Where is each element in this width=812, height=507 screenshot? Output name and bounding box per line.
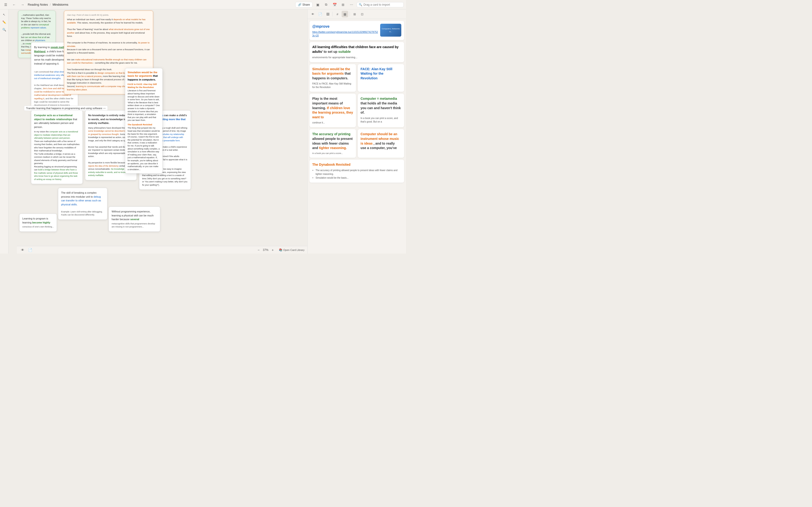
popup-section2-title: The Dynabook Revisited bbox=[128, 123, 160, 126]
rp-card-play[interactable]: Play is the most important means of lear… bbox=[309, 94, 356, 127]
search-tool-button[interactable]: 🔍 bbox=[1, 26, 7, 33]
rp-card-metamedia[interactable]: Computer = metamedia that holds all the … bbox=[358, 94, 404, 127]
mprove-image: Computers, Networks a... bbox=[380, 24, 401, 37]
rp-image-button[interactable]: 🖼 bbox=[324, 11, 331, 17]
calendar-button[interactable]: 📅 bbox=[331, 1, 338, 8]
rp-hash-button[interactable]: # bbox=[334, 11, 341, 17]
back-button[interactable]: ← bbox=[11, 1, 17, 8]
sidebar-toggle-button[interactable]: ☰ bbox=[2, 1, 9, 8]
more-button[interactable]: ⋯ bbox=[348, 1, 355, 8]
dynabook-title: The Dynabook Revisited bbox=[312, 162, 401, 167]
main-layout: ↖ ✏️ 🔍 ...mathematics specified, Alan Ka… bbox=[0, 9, 406, 253]
rp-two-col-row-1: Simulation would be the basis for argume… bbox=[309, 64, 404, 92]
rp-grid-button[interactable]: ▦ bbox=[342, 11, 348, 17]
popup-section-1: FACE to FACE: Alan Kay Still Waiting for… bbox=[128, 83, 160, 122]
transfer-learning-label: Transfer learning that happens in progra… bbox=[24, 106, 108, 111]
metamedia-subtitle: In a book you can print a score, and tha… bbox=[361, 116, 402, 123]
canvas-card-skill-breaking[interactable]: The skill of breaking a complex process … bbox=[58, 188, 107, 220]
simulation-title: Simulation would be the basis for argume… bbox=[312, 67, 353, 81]
canvas-card-learning-program[interactable]: Learning to program is learning become h… bbox=[19, 214, 57, 232]
share-icon: 🔗 bbox=[298, 3, 301, 6]
zoom-plus-button[interactable]: + bbox=[270, 247, 275, 253]
dynabook-bullet-1: The accuracy of printing allowed people … bbox=[315, 169, 401, 176]
rp-divider-1 bbox=[333, 12, 333, 16]
view-toggle-button[interactable]: ▣ bbox=[314, 1, 321, 8]
accuracy-title: The accuracy of printing allowed people … bbox=[312, 132, 353, 150]
rp-divider-2 bbox=[350, 12, 350, 16]
rp-card-learning-difficulties[interactable]: All learning difficulties that children … bbox=[309, 42, 404, 62]
open-card-library-button[interactable]: Open Card Library bbox=[283, 248, 305, 251]
rp-card-instrument[interactable]: Computer should be an instrument whose m… bbox=[358, 129, 404, 158]
play-title: Play is the most important means of lear… bbox=[312, 97, 353, 119]
library-icon: 📚 bbox=[279, 248, 283, 251]
popup-section2-text: The thing that jumped into my head was t… bbox=[128, 126, 160, 171]
rp-two-col-row-3: The accuracy of printing allowed people … bbox=[309, 129, 404, 158]
play-body: continue it... bbox=[312, 121, 353, 124]
search-icon: 🔍 bbox=[359, 3, 362, 6]
transfer-label-dots: ••• bbox=[103, 107, 106, 110]
transfer-label-text: Transfer learning that happens in progra… bbox=[26, 107, 102, 110]
rp-eye-button[interactable]: 👁 bbox=[309, 11, 316, 17]
eye-button[interactable]: 👁 bbox=[20, 247, 26, 253]
share-label: Share bbox=[302, 3, 310, 6]
rp-filter-button[interactable]: ⊞ bbox=[351, 11, 358, 17]
rp-card-simulation[interactable]: Simulation would be the basis for argume… bbox=[309, 64, 356, 92]
doc-button[interactable]: 📄 bbox=[27, 247, 33, 253]
toolbar-right: 🔗 Share ▣ ⧉ 📅 ⊞ ⋯ 🔍 bbox=[295, 1, 404, 8]
accuracy-body: In a book you can print a score... bbox=[312, 152, 353, 155]
search-input[interactable] bbox=[363, 3, 401, 6]
rp-card-mprove[interactable]: @mprove https://twitter.com/worrydream/s… bbox=[309, 21, 404, 40]
popup-section1-text: Literature is first and foremost about h… bbox=[128, 89, 160, 122]
canvas-card-computer-transitional[interactable]: Computer acts as a transitional object t… bbox=[31, 110, 83, 184]
select-tool-button[interactable]: ↖ bbox=[1, 11, 7, 18]
rp-two-col-row-2: Play is the most important means of lear… bbox=[309, 94, 404, 127]
right-panel: 👁 📄 🖼 # ▦ ⊞ ⊡ @mprove https://twitter.co… bbox=[307, 9, 406, 253]
popup-title: Simulation would be the basis for argume… bbox=[128, 71, 160, 81]
share-button[interactable]: 🔗 Share bbox=[295, 2, 312, 7]
bottom-bar-left: 👁 📄 bbox=[20, 247, 33, 253]
metamedia-title: Computer = metamedia that holds all the … bbox=[361, 97, 402, 115]
right-panel-cards: @mprove https://twitter.com/worrydream/s… bbox=[308, 19, 406, 253]
grid-button[interactable]: ⊞ bbox=[340, 1, 346, 8]
toolbar: ☰ ← → Reading Notes / Mindstorms 🔗 Share… bbox=[0, 0, 406, 9]
left-sidebar: ↖ ✏️ 🔍 bbox=[0, 9, 8, 253]
canvas-content: ...mathematics specified, Alan Kay: Thes… bbox=[17, 9, 307, 253]
breadcrumb-separator: / bbox=[50, 3, 51, 6]
dynabook-bullet-2: Simulation would be the basis... bbox=[315, 176, 401, 180]
breadcrumb-current[interactable]: Mindstorms bbox=[53, 3, 68, 6]
toolbar-left: ☰ ← → Reading Notes / Mindstorms bbox=[2, 1, 68, 8]
face-title: FACE: Alan Kay Still Waiting for the Rev… bbox=[361, 67, 402, 81]
breadcrumb-parent[interactable]: Reading Notes bbox=[28, 3, 48, 6]
right-panel-toolbar: 👁 📄 🖼 # ▦ ⊞ ⊡ bbox=[308, 9, 406, 19]
simulation-subtitle: FACE to FACE: Alan Kay Still Waiting for… bbox=[312, 82, 353, 89]
bottom-bar: 👁 📄 − 37% + 📚 Open Card Library bbox=[17, 246, 307, 253]
instrument-title: Computer should be an instrument whose m… bbox=[361, 132, 402, 150]
popup-section-2: The Dynabook Revisited The thing that ju… bbox=[128, 123, 160, 171]
rp-card-dynabook[interactable]: The Dynabook Revisited The accuracy of p… bbox=[309, 160, 404, 183]
popup-card: Simulation would be the basis for argume… bbox=[125, 68, 163, 173]
mprove-link[interactable]: https://twitter.com/worrydream/sta tus/1… bbox=[312, 30, 378, 37]
search-box: 🔍 bbox=[357, 2, 404, 7]
rp-card-face[interactable]: FACE: Alan Kay Still Waiting for the Rev… bbox=[358, 64, 404, 92]
layers-button[interactable]: ⧉ bbox=[323, 1, 329, 8]
dynabook-bullets: The accuracy of printing allowed people … bbox=[312, 169, 401, 180]
pen-tool-button[interactable]: ✏️ bbox=[1, 19, 7, 25]
learning-difficulties-title: All learning difficulties that children … bbox=[312, 45, 401, 54]
popup-section1-title: FACE to FACE: Alan Kay Still Waiting for… bbox=[128, 83, 160, 89]
canvas-area: ...mathematics specified, Alan Kay: Thes… bbox=[8, 9, 307, 253]
rp-doc-button[interactable]: 📄 bbox=[317, 11, 323, 17]
canvas-card-no-programming[interactable]: Without programming experience, learning… bbox=[109, 207, 160, 232]
bottom-bar-right: − 37% + 📚 Open Card Library bbox=[256, 247, 305, 253]
zoom-percentage: 37% bbox=[263, 248, 268, 251]
rp-collapse-button[interactable]: ⊡ bbox=[359, 11, 365, 17]
mprove-handle: @mprove bbox=[312, 24, 378, 30]
learning-difficulties-body: environments for appropriate learning... bbox=[312, 55, 401, 59]
rp-card-accuracy[interactable]: The accuracy of printing allowed people … bbox=[309, 129, 356, 158]
forward-button[interactable]: → bbox=[19, 1, 26, 8]
zoom-minus-button[interactable]: − bbox=[256, 247, 261, 253]
